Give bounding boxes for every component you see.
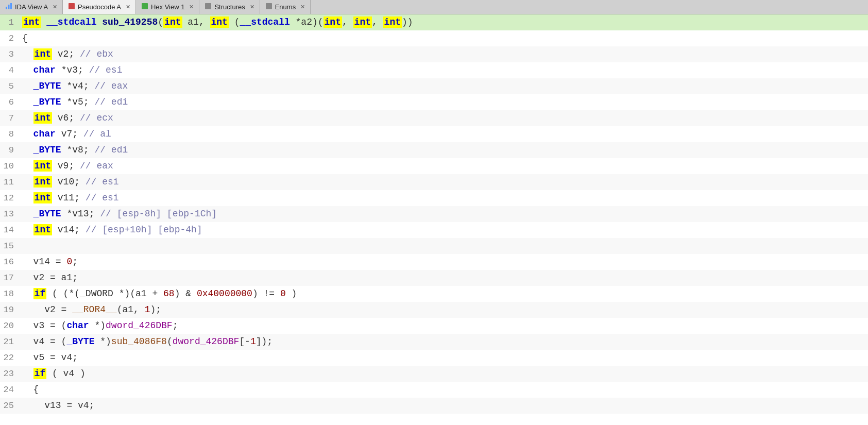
table-row: 19 v2 = __ROR4__(a1, 1); xyxy=(0,302,868,318)
enum-icon xyxy=(265,3,273,11)
code-content: char *v3; // esi xyxy=(18,62,122,78)
graph-icon xyxy=(5,3,12,11)
table-row: 9 _BYTE *v8; // edi xyxy=(0,142,868,158)
code-content: _BYTE *v4; // eax xyxy=(18,78,128,94)
line-number: 7 xyxy=(0,111,18,126)
table-row: 2 { xyxy=(0,30,868,46)
svg-rect-3 xyxy=(69,3,75,9)
line-number: 23 xyxy=(0,366,18,382)
line-number: 4 xyxy=(0,63,18,78)
code-content: _BYTE *v13; // [esp-8h] [ebp-1Ch] xyxy=(18,206,217,222)
table-row: 8 char v7; // al xyxy=(0,126,868,142)
code-content: char v7; // al xyxy=(18,126,111,142)
code-content: int v11; // esi xyxy=(18,190,119,206)
code-content: v3 = (char *)dword_426DBF; xyxy=(18,318,178,333)
line-number: 2 xyxy=(0,31,18,46)
table-row: 22 v5 = v4; xyxy=(0,350,868,366)
table-row: 4 char *v3; // esi xyxy=(0,62,868,78)
svg-rect-0 xyxy=(6,7,7,9)
table-row: 17 v2 = a1; xyxy=(0,270,868,286)
table-row: 7 int v6; // ecx xyxy=(0,110,868,126)
struct-icon xyxy=(205,3,212,11)
table-row: 21 v4 = (_BYTE *)sub_4086F8(dword_426DBF… xyxy=(0,334,868,350)
line-number: 5 xyxy=(0,79,18,94)
tab-ida-view-a-label: IDA View A xyxy=(15,3,48,11)
line-number: 15 xyxy=(0,239,18,254)
tab-structures-label: Structures xyxy=(214,3,245,11)
tab-ida-view-a-close[interactable]: ✕ xyxy=(53,4,57,10)
code-content: int v2; // ebx xyxy=(18,46,113,62)
line-number: 17 xyxy=(0,270,18,286)
line-number: 14 xyxy=(0,223,18,238)
tab-structures-close[interactable]: ✕ xyxy=(250,4,254,10)
tab-enums-label: Enums xyxy=(275,3,296,11)
tab-hex-view-1-label: Hex View 1 xyxy=(151,3,185,11)
code-container: 1 int __stdcall sub_419258(int a1, int (… xyxy=(0,14,868,425)
table-row: 16 v14 = 0; xyxy=(0,254,868,270)
code-content: if ( v4 ) xyxy=(18,366,86,381)
line-number: 1 xyxy=(0,15,18,30)
line-number: 13 xyxy=(0,207,18,222)
table-row: 18 if ( (*(_DWORD *)(a1 + 68) & 0x400000… xyxy=(0,286,868,302)
line-number: 19 xyxy=(0,302,18,318)
tab-hex-view-1[interactable]: Hex View 1 ✕ xyxy=(136,0,200,14)
tab-enums[interactable]: Enums ✕ xyxy=(260,0,311,14)
table-row: 3 int v2; // ebx xyxy=(0,46,868,62)
table-row: 25 v13 = v4; xyxy=(0,398,868,414)
tab-ida-view-a[interactable]: IDA View A ✕ xyxy=(0,0,63,14)
table-row: 24 { xyxy=(0,382,868,398)
table-row: 10 int v9; // eax xyxy=(0,158,868,174)
tab-pseudocode-a[interactable]: Pseudocode A ✕ xyxy=(63,0,136,14)
line-number: 10 xyxy=(0,159,18,174)
code-content: v2 = a1; xyxy=(18,270,78,285)
code-content: int v6; // ecx xyxy=(18,110,113,126)
code-content: v2 = __ROR4__(a1, 1); xyxy=(18,302,161,317)
code-content: { xyxy=(18,382,39,397)
table-row: 6 _BYTE *v5; // edi xyxy=(0,94,868,110)
line-number: 21 xyxy=(0,334,18,350)
line-number: 11 xyxy=(0,175,18,190)
tab-hex-view-1-close[interactable]: ✕ xyxy=(189,4,194,10)
line-number: 24 xyxy=(0,382,18,398)
table-row: 12 int v11; // esi xyxy=(0,190,868,206)
tab-structures[interactable]: Structures ✕ xyxy=(199,0,260,14)
code-content: v13 = v4; xyxy=(18,398,94,413)
line-number: 20 xyxy=(0,318,18,334)
line-number: 25 xyxy=(0,398,18,414)
table-row: 1 int __stdcall sub_419258(int a1, int (… xyxy=(0,14,868,30)
code-content: int v9; // eax xyxy=(18,158,113,174)
code-content: v5 = v4; xyxy=(18,350,78,365)
svg-rect-1 xyxy=(8,5,10,9)
svg-rect-4 xyxy=(142,3,148,9)
line-number: 8 xyxy=(0,127,18,142)
code-content: _BYTE *v8; // edi xyxy=(18,142,128,158)
svg-rect-6 xyxy=(266,3,272,9)
table-row: 15 xyxy=(0,238,868,254)
table-row: 20 v3 = (char *)dword_426DBF; xyxy=(0,318,868,334)
code-content: int v14; // [esp+10h] [ebp-4h] xyxy=(18,222,202,237)
tab-bar: IDA View A ✕ Pseudocode A ✕ Hex View 1 ✕… xyxy=(0,0,868,14)
code-content xyxy=(18,238,28,253)
line-number: 6 xyxy=(0,95,18,110)
line-number: 22 xyxy=(0,350,18,366)
code-content: int __stdcall sub_419258(int a1, int (__… xyxy=(18,14,413,30)
table-row: 13 _BYTE *v13; // [esp-8h] [ebp-1Ch] xyxy=(0,206,868,222)
code-icon xyxy=(68,3,75,11)
table-row: 14 int v14; // [esp+10h] [ebp-4h] xyxy=(0,222,868,238)
code-content: { xyxy=(18,30,28,46)
table-row: 11 int v10; // esi xyxy=(0,174,868,190)
code-content: v14 = 0; xyxy=(18,254,78,269)
svg-rect-2 xyxy=(10,3,12,9)
code-content: v4 = (_BYTE *)sub_4086F8(dword_426DBF[-1… xyxy=(18,334,273,349)
tab-enums-close[interactable]: ✕ xyxy=(300,4,305,10)
svg-rect-5 xyxy=(205,3,211,9)
line-number: 16 xyxy=(0,254,18,270)
line-number: 3 xyxy=(0,47,18,62)
line-number: 9 xyxy=(0,143,18,158)
line-number: 12 xyxy=(0,191,18,206)
code-content: if ( (*(_DWORD *)(a1 + 68) & 0x40000000)… xyxy=(18,286,297,301)
tab-pseudocode-a-close[interactable]: ✕ xyxy=(126,4,130,10)
line-number: 18 xyxy=(0,286,18,302)
code-content: int v10; // esi xyxy=(18,174,119,190)
hex-icon xyxy=(141,3,148,11)
